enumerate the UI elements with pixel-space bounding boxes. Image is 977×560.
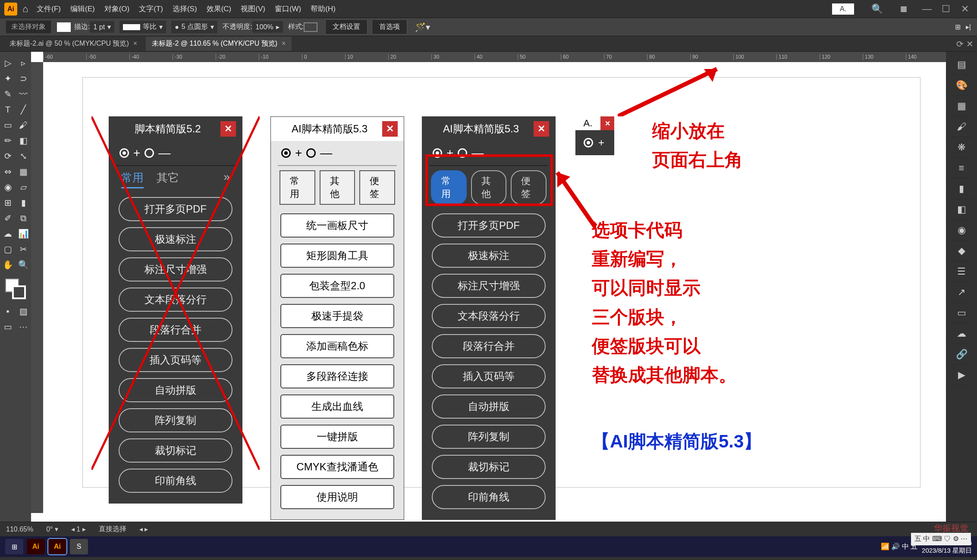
panel-52-btn-3[interactable]: 文本段落分行 xyxy=(119,288,232,312)
rotate-tool[interactable]: ⟳ xyxy=(0,148,16,164)
selection-tool[interactable]: ▷ xyxy=(0,55,16,71)
color-panel-icon[interactable]: 🎨 xyxy=(951,75,972,96)
scroll-h[interactable]: ◂ ▸ xyxy=(139,525,148,533)
hand-tool[interactable]: ✋ xyxy=(0,257,16,272)
stroke-uniform[interactable]: 等比▾ xyxy=(119,21,166,33)
color-mode[interactable]: ▪ xyxy=(0,303,16,319)
direct-selection-tool[interactable]: ▹ xyxy=(16,55,31,71)
panel-53l-btn-7[interactable]: 一键拼版 xyxy=(280,425,394,449)
panel-53d-btn-5[interactable]: 插入页码等 xyxy=(432,364,546,388)
panel-53d-btn-2[interactable]: 标注尺寸增强 xyxy=(432,274,546,298)
home-icon[interactable]: ⌂ xyxy=(22,3,28,15)
menu-text[interactable]: 文字(T) xyxy=(139,4,163,14)
asset-export-panel-icon[interactable]: ↗ xyxy=(951,282,972,303)
panel-53l-btn-1[interactable]: 矩形圆角工具 xyxy=(280,244,394,268)
scale-tool[interactable]: ⤡ xyxy=(16,148,31,164)
graphic-styles-panel-icon[interactable]: ◆ xyxy=(951,241,972,261)
doc-setup-button[interactable]: 文档设置 xyxy=(325,19,368,34)
menu-object[interactable]: 对象(O) xyxy=(104,4,130,14)
menu-file[interactable]: 文件(F) xyxy=(37,4,61,14)
width-tool[interactable]: ⇔ xyxy=(0,164,16,179)
taskbar-ai-2[interactable]: Ai xyxy=(48,539,66,554)
transparency-panel-icon[interactable]: ◧ xyxy=(951,199,972,220)
fill-stroke-control[interactable] xyxy=(5,278,26,299)
doc-tab-1[interactable]: 未标题-2.ai @ 50 % (CMYK/CPU 预览)× xyxy=(3,37,143,51)
appearance-panel-icon[interactable]: ◉ xyxy=(951,220,972,241)
panel-53l-btn-2[interactable]: 包装盒型2.0 xyxy=(280,274,394,298)
taskbar-ai-1[interactable]: Ai xyxy=(27,539,45,554)
brushes-panel-icon[interactable]: 🖌 xyxy=(951,116,972,137)
pen-tool[interactable]: ✎ xyxy=(0,86,16,102)
symbol-tool[interactable]: ☁ xyxy=(0,226,16,241)
links-panel-icon[interactable]: 🔗 xyxy=(951,344,972,365)
panel-52-btn-4[interactable]: 段落行合并 xyxy=(119,318,232,342)
panel-53l-tab-0[interactable]: 常用 xyxy=(280,170,315,205)
menu-edit[interactable]: 编辑(E) xyxy=(70,4,95,14)
gradient-mode[interactable]: ▨ xyxy=(16,303,31,319)
panel-52-more[interactable]: » xyxy=(224,170,230,188)
free-transform-tool[interactable]: ▦ xyxy=(16,164,31,179)
graph-tool[interactable]: 📊 xyxy=(16,226,31,241)
blend-tool[interactable]: ⧉ xyxy=(16,210,31,226)
panel-52-btn-2[interactable]: 标注尺寸增强 xyxy=(119,257,232,282)
mini-panel-top[interactable]: A. xyxy=(832,3,854,15)
panel-52-btn-1[interactable]: 极速标注 xyxy=(119,227,232,251)
fill-swatch[interactable] xyxy=(57,22,71,32)
panel-53l-btn-5[interactable]: 多段路径连接 xyxy=(280,364,394,388)
align-icon[interactable]: ⊞ xyxy=(955,23,961,31)
doc-tab-2[interactable]: 未标题-2 @ 110.65 % (CMYK/CPU 预览)× xyxy=(146,37,292,51)
panel-53l-tab-2[interactable]: 便签 xyxy=(359,170,395,205)
panel-53l-btn-4[interactable]: 添加画稿色标 xyxy=(280,334,394,358)
properties-panel-icon[interactable]: ▤ xyxy=(951,54,972,75)
perspective-tool[interactable]: ▱ xyxy=(16,179,31,195)
cloud-sync-icon[interactable]: ⟳ ✕ xyxy=(956,39,974,49)
panel-53d-btn-3[interactable]: 文本段落分行 xyxy=(432,304,546,328)
panel-53d-btn-8[interactable]: 裁切标记 xyxy=(432,455,546,479)
search-icon[interactable]: 🔍 xyxy=(871,3,883,15)
panel-53d-close[interactable]: ✕ xyxy=(534,121,549,137)
menu-view[interactable]: 视图(V) xyxy=(241,4,265,14)
prefs-button[interactable]: 首选项 xyxy=(372,19,407,34)
screen-mode[interactable]: ▭ xyxy=(0,319,16,335)
menu-effect[interactable]: 效果(C) xyxy=(207,4,232,14)
line-tool[interactable]: ╱ xyxy=(16,102,31,117)
rotate-value[interactable]: 0° ▾ xyxy=(46,525,58,533)
panel-53l-close[interactable]: ✕ xyxy=(382,121,398,137)
expand-icon[interactable]: ▸| xyxy=(966,23,971,31)
canvas[interactable]: -60-50-40-30-20-100102030405060708090100… xyxy=(31,52,946,522)
window-maximize[interactable]: ☐ xyxy=(938,3,954,15)
edit-toolbar[interactable]: ⋯ xyxy=(16,319,31,335)
artboard-tool[interactable]: ▢ xyxy=(0,241,16,257)
panel-53l-tab-1[interactable]: 其他 xyxy=(320,170,355,205)
shape-builder-tool[interactable]: ◉ xyxy=(0,179,16,195)
play-panel-icon[interactable]: ▶ xyxy=(951,365,972,385)
panel-mini-close[interactable]: ✕ xyxy=(600,116,614,130)
shaper-tool[interactable]: ✏ xyxy=(0,133,16,148)
panel-52-tab-common[interactable]: 常用 xyxy=(121,170,144,188)
gradient-panel-icon[interactable]: ▮ xyxy=(951,178,972,199)
brush-select[interactable]: ●5 点圆形▾ xyxy=(171,21,217,33)
panel-52-btn-8[interactable]: 裁切标记 xyxy=(119,438,232,463)
artboards-panel-icon[interactable]: ▭ xyxy=(951,303,972,323)
rect-tool[interactable]: ▭ xyxy=(0,117,16,133)
panel-53l-btn-3[interactable]: 极速手提袋 xyxy=(280,304,394,328)
panel-52-radios[interactable]: +— xyxy=(109,141,242,165)
eraser-tool[interactable]: ◧ xyxy=(16,133,31,148)
wand-icon[interactable]: 🪄▾ xyxy=(415,22,430,32)
lasso-tool[interactable]: ⊃ xyxy=(16,71,31,86)
menu-window[interactable]: 窗口(W) xyxy=(275,4,301,14)
menu-help[interactable]: 帮助(H) xyxy=(311,4,336,14)
libraries-panel-icon[interactable]: ☁ xyxy=(951,323,972,344)
panel-52-tab-other[interactable]: 其它 xyxy=(157,170,179,188)
eyedropper-tool[interactable]: ✐ xyxy=(0,210,16,226)
menu-select[interactable]: 选择(S) xyxy=(173,4,197,14)
zoom-tool[interactable]: 🔍 xyxy=(16,257,31,272)
curvature-tool[interactable]: 〰 xyxy=(16,86,31,102)
panel-52-btn-9[interactable]: 印前角线 xyxy=(119,469,232,493)
type-tool[interactable]: T xyxy=(0,102,16,117)
window-minimize[interactable]: — xyxy=(919,3,935,15)
panel-53l-btn-0[interactable]: 统一画板尺寸 xyxy=(280,213,394,238)
panel-53d-btn-0[interactable]: 打开多页PDF xyxy=(432,213,546,238)
window-close[interactable]: ✕ xyxy=(957,3,973,15)
panel-53d-btn-7[interactable]: 阵列复制 xyxy=(432,425,546,449)
